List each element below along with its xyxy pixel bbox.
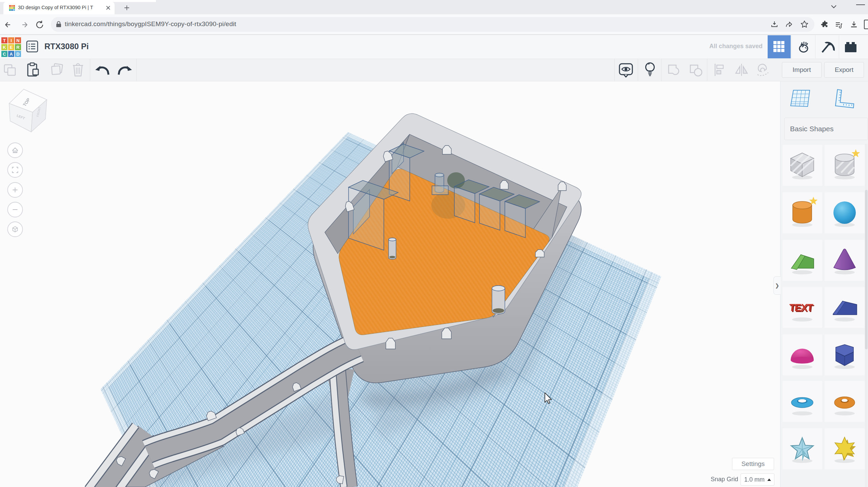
svg-text:TEXT: TEXT [789,302,814,313]
svg-text:C: C [3,52,6,57]
svg-text:I: I [11,38,12,43]
svg-text:D: D [16,52,19,57]
svg-text:E: E [10,45,13,50]
svg-text:K: K [3,45,6,50]
svg-text:R: R [16,45,20,50]
svg-text:N: N [16,38,19,43]
svg-text:T: T [3,38,6,43]
svg-text:A: A [9,52,13,57]
